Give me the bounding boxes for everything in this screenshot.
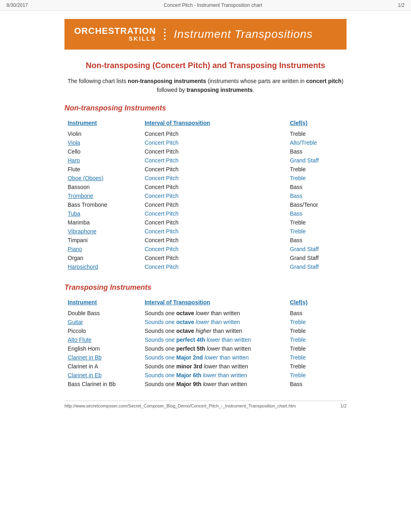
table-row: Clarinet in ASounds one minor 3rd lower … <box>64 362 347 371</box>
browser-bar: 8/30/2017 Concert Pitch - Instrument Tra… <box>0 0 411 11</box>
instrument-cell: Bass Clarinet in Bb <box>64 380 141 389</box>
clef-cell: Bass <box>287 147 347 156</box>
instrument-cell[interactable]: Clarinet in Eb <box>64 371 141 380</box>
table-row: OrganConcert PitchGrand Staff <box>64 254 347 262</box>
interval-cell: Concert Pitch <box>141 227 287 236</box>
table-row: HarpConcert PitchGrand Staff <box>64 156 347 165</box>
instrument-cell: Clarinet in A <box>64 362 141 371</box>
table-row: BassoonConcert PitchBass <box>64 183 347 191</box>
clef-cell: Treble <box>287 335 347 344</box>
interval-cell: Sounds one Major 2nd lower than written <box>141 353 287 362</box>
non-transposing-table: Instrument Interval of Transposition Cle… <box>64 118 347 271</box>
interval-cell: Sounds one Major 6th lower than written <box>141 371 287 380</box>
clef-cell: Bass <box>287 236 347 245</box>
instrument-cell[interactable]: Piano <box>64 245 141 254</box>
table-row: Alto FluteSounds one perfect 4th lower t… <box>64 335 347 344</box>
transposing-table: Instrument Interval of Transposition Cle… <box>64 297 347 389</box>
table-row: Bass TromboneConcert PitchBass/Tenor <box>64 200 347 209</box>
instrument-cell: Bass Trombone <box>64 200 141 209</box>
clef-cell: Treble <box>287 353 347 362</box>
instrument-cell[interactable]: Alto Flute <box>64 335 141 344</box>
clef-cell: Grand Staff <box>287 254 347 262</box>
instrument-cell: English Horn <box>64 344 141 353</box>
header-instrument: Instrument <box>64 118 141 129</box>
browser-title: Concert Pitch - Instrument Transposition… <box>164 2 262 8</box>
table-row: CelloConcert PitchBass <box>64 147 347 156</box>
instrument-cell[interactable]: Trombone <box>64 191 141 200</box>
instrument-cell: Marimba <box>64 218 141 227</box>
interval-cell: Concert Pitch <box>141 218 287 227</box>
clef-cell: Bass/Tenor <box>287 200 347 209</box>
instrument-cell[interactable]: Guitar <box>64 318 141 326</box>
clef-cell: Treble <box>287 318 347 326</box>
clef-cell: Bass <box>287 191 347 200</box>
instrument-cell: Double Bass <box>64 309 141 318</box>
instrument-cell[interactable]: Viola <box>64 138 141 147</box>
instrument-cell[interactable]: Vibraphone <box>64 227 141 236</box>
instrument-cell[interactable]: Harp <box>64 156 141 165</box>
interval-cell: Sounds one perfect 4th lower than writte… <box>141 335 287 344</box>
interval-cell: Concert Pitch <box>141 254 287 262</box>
table-row: English HornSounds one perfect 5th lower… <box>64 344 347 353</box>
trans-header-instrument: Instrument <box>64 297 141 309</box>
table-row: FluteConcert PitchTreble <box>64 165 347 174</box>
interval-cell: Sounds one perfect 5th lower than writte… <box>141 344 287 353</box>
clef-cell: Grand Staff <box>287 245 347 254</box>
interval-cell: Sounds one octave higher than written <box>141 326 287 335</box>
interval-cell: Concert Pitch <box>141 183 287 191</box>
clef-cell: Treble <box>287 344 347 353</box>
table-row: Clarinet in BbSounds one Major 2nd lower… <box>64 353 347 362</box>
interval-cell: Concert Pitch <box>141 174 287 183</box>
interval-cell: Sounds one octave lower than written <box>141 318 287 326</box>
table-row: TubaConcert PitchBass <box>64 209 347 218</box>
header-clef: Clef(s) <box>287 118 347 129</box>
table-row: TromboneConcert PitchBass <box>64 191 347 200</box>
table-row: Double BassSounds one octave lower than … <box>64 309 347 318</box>
interval-cell: Concert Pitch <box>141 138 287 147</box>
trans-header-clef: Clef(s) <box>287 297 347 309</box>
table-row: VibraphoneConcert PitchTreble <box>64 227 347 236</box>
clef-cell: Grand Staff <box>287 262 347 271</box>
instrument-cell: Piccolo <box>64 326 141 335</box>
footer-page: 1/2 <box>340 403 347 408</box>
interval-cell: Concert Pitch <box>141 147 287 156</box>
trans-header-interval: Interval of Transposition <box>141 297 287 309</box>
clef-cell: Bass <box>287 309 347 318</box>
interval-cell: Concert Pitch <box>141 129 287 138</box>
instrument-cell[interactable]: Tuba <box>64 209 141 218</box>
banner-subtitle: Instrument Transpositions <box>174 28 313 41</box>
interval-cell: Sounds one minor 3rd lower than written <box>141 362 287 371</box>
browser-page: 1/2 <box>398 2 405 8</box>
clef-cell: Bass <box>287 380 347 389</box>
banner-dots <box>164 29 166 40</box>
table-row: Oboe (Oboes)Concert PitchTreble <box>64 174 347 183</box>
instrument-cell[interactable]: Clarinet in Bb <box>64 353 141 362</box>
table-row: HarpsichordConcert PitchGrand Staff <box>64 262 347 271</box>
browser-date: 8/30/2017 <box>6 2 28 8</box>
table-row: PiccoloSounds one octave higher than wri… <box>64 326 347 335</box>
banner-orchestration: ORCHESTRATION SKILLS <box>74 26 156 42</box>
clef-cell: Treble <box>287 165 347 174</box>
instrument-cell[interactable]: Oboe (Oboes) <box>64 174 141 183</box>
table-row: PianoConcert PitchGrand Staff <box>64 245 347 254</box>
table-row: MarimbaConcert PitchTreble <box>64 218 347 227</box>
interval-cell: Sounds one Major 9th lower than written <box>141 380 287 389</box>
clef-cell: Grand Staff <box>287 156 347 165</box>
intro-text: The following chart lists non-transposin… <box>64 77 347 95</box>
instrument-cell: Flute <box>64 165 141 174</box>
table-row: Bass Clarinet in BbSounds one Major 9th … <box>64 380 347 389</box>
table-row: GuitarSounds one octave lower than writt… <box>64 318 347 326</box>
header-interval: Interval of Transposition <box>141 118 287 129</box>
interval-cell: Concert Pitch <box>141 209 287 218</box>
interval-cell: Concert Pitch <box>141 156 287 165</box>
clef-cell: Treble <box>287 218 347 227</box>
clef-cell: Treble <box>287 129 347 138</box>
footer-url: http://www.secretcomposer.com/Secret_Com… <box>64 403 296 408</box>
clef-cell: Treble <box>287 371 347 380</box>
instrument-cell[interactable]: Harpsichord <box>64 262 141 271</box>
instrument-cell: Timpani <box>64 236 141 245</box>
footer: http://www.secretcomposer.com/Secret_Com… <box>64 401 347 408</box>
clef-cell: Treble <box>287 362 347 371</box>
clef-cell: Treble <box>287 326 347 335</box>
interval-cell: Concert Pitch <box>141 165 287 174</box>
